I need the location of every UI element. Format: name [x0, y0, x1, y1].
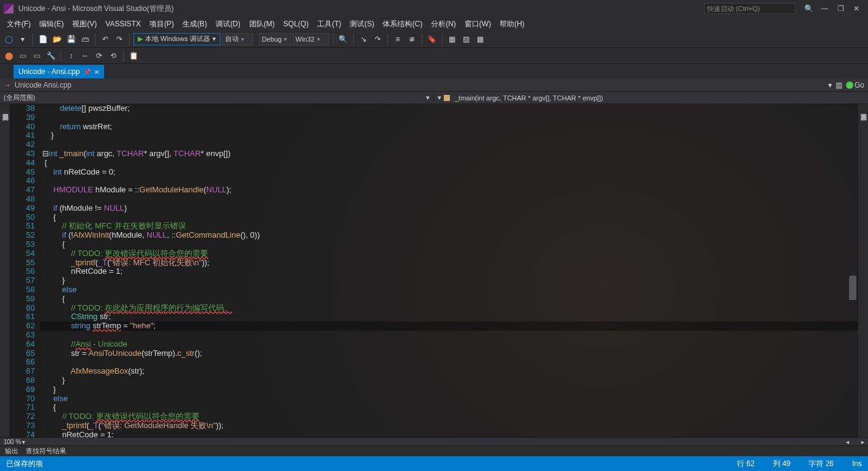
va-icon-8[interactable]: ⟲ [107, 50, 119, 62]
code-area[interactable]: delete[] pwszBuffer; return wstrRet; } ⊟… [40, 104, 858, 437]
nav-split-button[interactable]: ▥ [836, 81, 842, 89]
vs-logo-icon [4, 4, 13, 13]
minimize-button[interactable]: — [817, 2, 832, 15]
quick-launch-input[interactable]: 快速启动 (Ctrl+Q) [704, 3, 796, 14]
file-tab-label: Unicode - Ansi.cpp [18, 67, 80, 76]
titlebar: Unicode - Ansi - Microsoft Visual Studio… [0, 0, 868, 17]
close-button[interactable]: ✕ [848, 2, 864, 15]
right-tool-panel: 解决方案资源管理器工具箱属性 [858, 104, 868, 437]
menu-item[interactable]: 项目(P) [145, 18, 178, 31]
menu-item[interactable]: 生成(B) [178, 18, 211, 31]
va-icon-4[interactable]: 🔧 [45, 50, 57, 62]
redo-icon[interactable]: ↷ [113, 33, 125, 45]
scope-bar: (全局范围)▾ ▾ _tmain(int argc, TCHAR * argv[… [0, 92, 868, 104]
toolbar-secondary: ⬤ ▭ ▭ 🔧 ↕ ↔ ⟳ ⟲ 📋 [0, 48, 868, 64]
start-debug-button[interactable]: ▶本地 Windows 调试器 ▾ [133, 33, 220, 45]
menu-item[interactable]: 窗口(W) [460, 18, 495, 31]
menu-item[interactable]: 调试(D) [211, 18, 245, 31]
find-in-files-icon[interactable]: 🔍 [337, 33, 350, 45]
horizontal-scroll-right[interactable]: ▸ [861, 439, 864, 445]
scope-left-dropdown[interactable]: (全局范围)▾ [0, 93, 434, 102]
status-line: 行 62 [737, 459, 755, 469]
side-tab[interactable]: 解决方案资源管理器 [0, 107, 10, 435]
va-icon-3[interactable]: ▭ [31, 50, 43, 62]
menu-item[interactable]: 编辑(E) [35, 18, 68, 31]
va-icon-7[interactable]: ⟳ [93, 50, 105, 62]
nav-dropdown-icon[interactable]: → [4, 81, 11, 89]
va-icon-1[interactable]: ⬤ [2, 50, 15, 62]
nav-fwd-icon[interactable]: ▾ [17, 33, 29, 45]
toolbar-main: ◯ ▾ 📄 📂 💾 🗃 ↶ ↷ ▶本地 Windows 调试器 ▾ 自动 Deb… [0, 31, 868, 48]
tool-icon-2[interactable]: ▨ [460, 33, 473, 45]
menu-item[interactable]: 视图(V) [68, 18, 101, 31]
status-char: 字符 26 [809, 459, 834, 469]
open-icon[interactable]: 📂 [51, 33, 63, 45]
nav-split-icon[interactable]: ▾ [828, 81, 832, 89]
save-all-icon[interactable]: 🗃 [79, 33, 91, 45]
editor-footer: 100 % ▾ ◂ ▸ [0, 437, 868, 445]
status-col: 列 49 [773, 459, 791, 469]
nav-back-icon[interactable]: ◯ [2, 33, 15, 45]
va-icon-5[interactable]: ↕ [65, 50, 77, 62]
menubar: 文件(F)编辑(E)视图(V)VASSISTX项目(P)生成(B)调试(D)团队… [0, 17, 868, 31]
bookmark-icon[interactable]: 🔖 [426, 33, 438, 45]
maximize-button[interactable]: ❐ [832, 2, 848, 15]
nav-file-label[interactable]: Unicode Ansi.cpp [15, 81, 72, 89]
menu-item[interactable]: 文件(F) [2, 18, 35, 31]
tool-icon-3[interactable]: ▩ [474, 33, 487, 45]
navigation-bar: → Unicode Ansi.cpp ▾ ▥ Go [0, 78, 868, 92]
scope-right-dropdown[interactable]: ▾ _tmain(int argc, TCHAR * argv[], TCHAR… [434, 94, 868, 102]
code-editor[interactable]: 3839404142434445464748495051525354555657… [10, 104, 858, 437]
statusbar: 已保存的项 行 62 列 49 字符 26 Ins [0, 456, 868, 471]
new-project-icon[interactable]: 📄 [37, 33, 49, 45]
menu-item[interactable]: 体系结构(C) [378, 18, 427, 31]
step-over-icon[interactable]: ↷ [372, 33, 384, 45]
platform-dropdown[interactable]: Win32 [293, 33, 329, 45]
va-icon-9[interactable]: 📋 [127, 50, 140, 62]
config-dropdown[interactable]: Debug [259, 33, 291, 45]
step-into-icon[interactable]: ↘ [357, 33, 370, 45]
comment-icon[interactable]: ≡ [392, 33, 404, 45]
go-button[interactable]: Go [846, 81, 864, 89]
horizontal-scroll-left[interactable]: ◂ [846, 439, 849, 445]
save-icon[interactable]: 💾 [65, 33, 77, 45]
undo-icon[interactable]: ↶ [99, 33, 111, 45]
status-saved: 已保存的项 [6, 459, 43, 469]
search-icon[interactable]: 🔍 [801, 2, 817, 15]
menu-item[interactable]: 分析(N) [427, 18, 460, 31]
menu-item[interactable]: SQL(Q) [279, 18, 313, 29]
file-tab-active[interactable]: Unicode - Ansi.cpp 📌 × [13, 65, 104, 78]
left-tool-panel: 解决方案资源管理器类视图属性管理器资源视图 [0, 104, 10, 437]
pin-icon[interactable]: 📌 [83, 69, 91, 75]
tab-close-icon[interactable]: × [94, 67, 99, 77]
uncomment-icon[interactable]: ≢ [406, 33, 418, 45]
window-title: Unicode - Ansi - Microsoft Visual Studio… [18, 4, 704, 14]
main-area: 解决方案资源管理器类视图属性管理器资源视图 383940414243444546… [0, 104, 868, 437]
vertical-scrollbar[interactable] [849, 276, 856, 300]
menu-item[interactable]: 测试(S) [345, 18, 378, 31]
menu-item[interactable]: 团队(M) [245, 18, 279, 31]
output-tabstrip: 输出查找符号结果 [0, 445, 868, 456]
debug-mode-dropdown[interactable]: 自动 [222, 33, 253, 45]
menu-item[interactable]: 工具(T) [313, 18, 345, 31]
document-tabstrip: Unicode - Ansi.cpp 📌 × [0, 64, 868, 78]
status-ins[interactable]: Ins [852, 459, 862, 468]
tool-icon-1[interactable]: ▦ [446, 33, 458, 45]
output-tab[interactable]: 输出 [5, 447, 18, 456]
line-number-gutter: 3839404142434445464748495051525354555657… [10, 104, 40, 437]
menu-item[interactable]: VASSISTX [101, 18, 145, 29]
output-tab[interactable]: 查找符号结果 [26, 447, 66, 456]
side-tab[interactable]: 解决方案资源管理器 [858, 107, 868, 435]
menu-item[interactable]: 帮助(H) [495, 18, 529, 31]
va-icon-6[interactable]: ↔ [79, 50, 91, 62]
va-icon-2[interactable]: ▭ [17, 50, 29, 62]
zoom-level[interactable]: 100 % [4, 439, 21, 445]
method-icon [444, 95, 450, 101]
